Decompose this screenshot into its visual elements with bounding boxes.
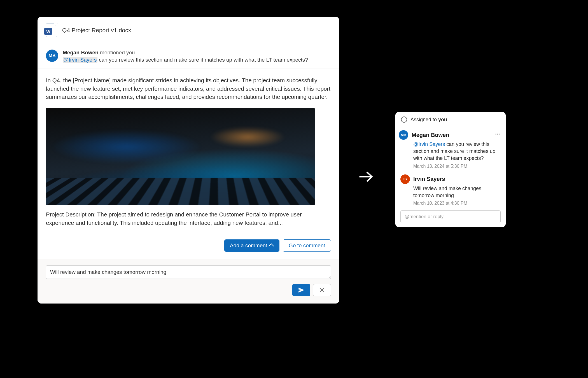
chevron-up-icon [269, 243, 274, 249]
assigned-you: you [438, 117, 447, 122]
author-avatar: MB [46, 50, 58, 62]
thread-timestamp: March 13, 2024 at 5:30 PM [413, 164, 500, 169]
body-actions: Add a comment Go to comment [38, 238, 339, 259]
task-circle-icon[interactable] [401, 116, 407, 123]
thread-more-button[interactable]: ⋯ [495, 131, 501, 137]
author-name: Megan Bowen [63, 50, 99, 55]
commenter-avatar: IS [400, 174, 410, 184]
mention-message: can you review this section and make sur… [97, 57, 308, 63]
assigned-row[interactable]: Assigned to you [395, 112, 506, 126]
thread-reply-input[interactable] [400, 210, 501, 223]
go-to-comment-button[interactable]: Go to comment [283, 239, 331, 252]
assigned-label: Assigned to [410, 117, 438, 122]
thread-timestamp: March 10, 2023 at 4:30 PM [413, 201, 500, 206]
thread-item: ⋯ MB Megan Bowen @Irvin Sayers can you r… [395, 126, 506, 171]
go-to-comment-label: Go to comment [289, 242, 325, 249]
send-icon [298, 286, 305, 294]
mention-bar: MB Megan Bowen mentioned you @Irvin Saye… [38, 44, 339, 69]
word-document-icon: W [46, 24, 57, 37]
thread-text: Will review and make changes tomorrow mo… [413, 185, 500, 199]
thread-at-mention[interactable]: @Irvin Sayers [413, 141, 445, 147]
send-button[interactable] [292, 284, 310, 296]
cancel-button[interactable] [313, 284, 331, 296]
document-paragraph-1: In Q4, the [Project Name] made significa… [46, 76, 331, 101]
card-header: W Q4 Project Report v1.docx [38, 17, 339, 44]
mention-lines: Megan Bowen mentioned you @Irvin Sayers … [63, 50, 308, 63]
comment-notification-card: W Q4 Project Report v1.docx MB Megan Bow… [38, 17, 339, 304]
commenter-name: Irvin Sayers [413, 176, 445, 182]
reply-textarea[interactable] [46, 265, 331, 279]
commenter-name: Megan Bowen [412, 132, 449, 138]
at-mention[interactable]: @Irvin Sayers [63, 57, 97, 63]
mention-suffix: mentioned you [99, 50, 135, 55]
footer-actions [46, 284, 331, 296]
document-image [46, 108, 315, 205]
arrow-right-icon [358, 170, 375, 185]
document-preview: In Q4, the [Project Name] made significa… [38, 69, 339, 238]
comment-thread-panel: Assigned to you ⋯ MB Megan Bowen @Irvin … [395, 112, 506, 227]
document-paragraph-2: Project Description: The project aimed t… [46, 210, 331, 227]
reply-footer [38, 259, 339, 304]
add-comment-label: Add a comment [230, 242, 267, 249]
thread-item: IS Irvin Sayers Will review and make cha… [395, 171, 506, 207]
close-icon [319, 287, 325, 293]
add-comment-button[interactable]: Add a comment [224, 239, 279, 252]
commenter-avatar: MB [399, 130, 408, 140]
file-title: Q4 Project Report v1.docx [62, 27, 131, 34]
